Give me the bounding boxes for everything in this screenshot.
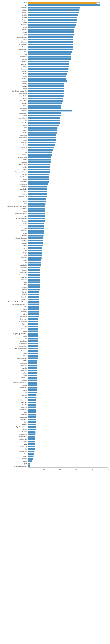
bar-row: SolomonIslands <box>2 357 108 360</box>
bar-label: Uzbekistan <box>2 340 28 342</box>
bar-row: PuertoRico <box>2 100 108 102</box>
bar-fill <box>28 159 50 160</box>
bar-fill <box>28 250 42 251</box>
bar-label: Canada <box>2 76 28 77</box>
bar-wrapper <box>28 456 108 457</box>
bar-wrapper <box>28 73 108 75</box>
bar-wrapper <box>28 51 108 53</box>
bar-wrapper <box>28 156 108 158</box>
bar-label: VirginIslands <box>2 44 28 45</box>
bar-wrapper <box>28 169 108 170</box>
bar-row: SaudiArabia <box>2 450 108 452</box>
bar-fill <box>28 12 79 14</box>
bar-row: FrenchPolynesia <box>2 218 108 220</box>
bar-row: SouthAfrica <box>2 271 108 274</box>
bar-fill <box>28 272 40 273</box>
bar-row: Albania <box>2 132 108 134</box>
bar-wrapper <box>28 372 108 374</box>
bar-label: Latvia <box>2 26 28 28</box>
bar-fill <box>28 225 44 227</box>
bar-row: SaintVincentandtheGrenadines <box>2 205 108 208</box>
bar-wrapper <box>28 235 108 236</box>
bar-wrapper <box>28 240 108 242</box>
bar-row: Libya <box>2 325 108 328</box>
bar-label: Senegal <box>2 380 28 381</box>
bar-row: Brunei <box>2 374 108 376</box>
bar-label: Sweden <box>2 14 28 16</box>
bar-fill <box>28 78 66 80</box>
bar-row: NewZealand <box>2 92 108 95</box>
bar-wrapper <box>28 262 108 264</box>
bar-label: Czechia <box>2 54 28 55</box>
bar-wrapper <box>28 144 108 146</box>
bar-fill <box>28 237 43 239</box>
bar-row: Belarus <box>2 110 108 112</box>
bar-wrapper <box>28 416 108 418</box>
bar-wrapper <box>28 326 108 327</box>
bar-wrapper <box>28 66 108 67</box>
bar-fill <box>28 257 41 258</box>
bar-wrapper <box>28 32 108 33</box>
bar-label: Norway <box>2 70 28 72</box>
bar-label: BurkinaFaso <box>2 438 28 440</box>
bar-row: Qatar <box>2 462 108 465</box>
bar-fill <box>28 377 37 379</box>
bar-wrapper <box>28 44 108 45</box>
bar-label: Portugal <box>2 12 28 14</box>
bar-label: Ghana <box>2 355 28 357</box>
bar-row: Panama <box>2 193 108 195</box>
bar-label: Mexico <box>2 232 28 234</box>
bar-wrapper <box>28 196 108 197</box>
bar-label: Serbia <box>2 73 28 75</box>
bar-row: UnitedKingdom <box>2 36 108 38</box>
bar-label: AntiguaandBarbuda <box>2 237 28 239</box>
bar-fill <box>28 210 45 212</box>
bar-wrapper <box>28 348 108 349</box>
bar-fill <box>28 232 44 234</box>
bar-row: Netherlands <box>2 48 108 50</box>
bar-fill <box>28 166 50 168</box>
bar-fill <box>28 117 60 119</box>
bar-wrapper <box>28 132 108 134</box>
bar-label: Oman <box>2 460 28 462</box>
bar-label: Kazakhstan <box>2 225 28 227</box>
bar-fill <box>28 360 37 362</box>
bar-fill <box>28 412 36 413</box>
bar-fill <box>28 110 72 112</box>
bar-fill <box>28 384 37 386</box>
bar-wrapper <box>28 63 108 65</box>
bar-wrapper <box>28 438 108 440</box>
bar-label: Chad <box>2 397 28 398</box>
bar-row: PapuaNewGuinea <box>2 347 108 350</box>
bar-fill <box>28 336 38 337</box>
bar-wrapper <box>28 352 108 354</box>
bar-wrapper: 42.7 <box>28 2 108 4</box>
bar-fill <box>28 380 37 381</box>
bar-wrapper <box>28 394 108 396</box>
bar-row: Sweden <box>2 14 108 16</box>
chart-container: Japan42.7ItalyGermanyFinlandPortugalSwed… <box>0 2 110 471</box>
bar-row: Samoa <box>2 244 108 247</box>
bar-label: Nicaragua <box>2 267 28 268</box>
bar-fill <box>28 68 69 70</box>
bar-label: Ireland <box>2 115 28 116</box>
bar-row: Macau <box>2 203 108 205</box>
bar-wrapper <box>28 220 108 222</box>
bar-fill <box>28 122 60 124</box>
bar-label: Thailand <box>2 154 28 156</box>
bar-wrapper <box>28 188 108 190</box>
bar-wrapper <box>28 22 108 23</box>
bar-row: Congo,RepublicOfThe <box>2 332 108 335</box>
bar-wrapper <box>28 200 108 202</box>
bar-fill <box>28 262 41 264</box>
bar-row: Tunisia <box>2 200 108 202</box>
bar-label: Iraq <box>2 392 28 394</box>
bar-row: Mauritania <box>2 386 108 389</box>
bar-row: Colombia <box>2 222 108 224</box>
bar-row: WestBank <box>2 401 108 404</box>
bar-label: Qatar <box>2 463 28 464</box>
bar-fill <box>28 22 77 23</box>
bar-fill <box>28 291 39 293</box>
bar-fill <box>28 416 36 418</box>
bar-wrapper <box>28 291 108 293</box>
